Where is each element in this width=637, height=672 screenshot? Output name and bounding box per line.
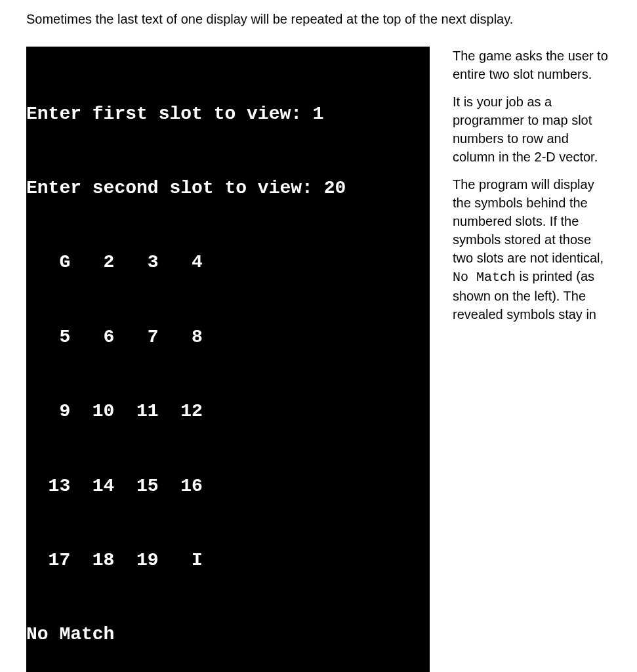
explanation-1: The game asks the user to entire two slo… xyxy=(453,47,611,333)
intro-text: Sometimes the last text of one display w… xyxy=(26,10,611,28)
grid-row: G 2 3 4 xyxy=(26,250,430,275)
explanation-paragraph: It is your job as a programmer to map sl… xyxy=(453,93,611,166)
inline-code: No Match xyxy=(453,270,516,285)
grid-row: 17 18 19 I xyxy=(26,548,430,573)
explanation-paragraph: The program will display the symbols beh… xyxy=(453,175,611,324)
terminal-output-1: Enter first slot to view: 1 Enter second… xyxy=(26,47,430,672)
match-status: No Match xyxy=(26,622,430,647)
grid-row: 13 14 15 16 xyxy=(26,474,430,499)
grid-row: 5 6 7 8 xyxy=(26,325,430,350)
prompt-second-slot: Enter second slot to view: 20 xyxy=(26,176,430,201)
prompt-first-slot: Enter first slot to view: 1 xyxy=(26,102,430,127)
explanation-paragraph: The game asks the user to entire two slo… xyxy=(453,47,611,83)
example-block-1: Enter first slot to view: 1 Enter second… xyxy=(26,47,611,672)
text-fragment: The program will display the symbols beh… xyxy=(453,177,604,265)
grid-row: 9 10 11 12 xyxy=(26,399,430,424)
